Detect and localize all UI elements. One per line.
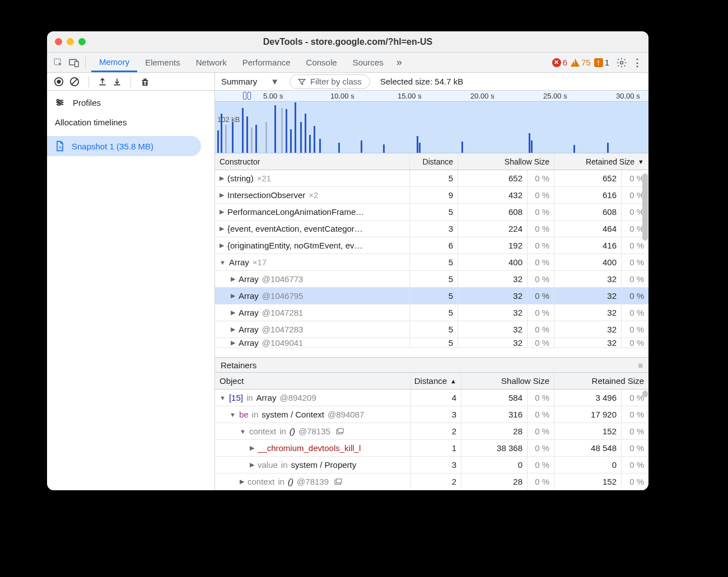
tab-elements[interactable]: Elements (137, 53, 188, 72)
timeline-tick: 15.00 s (398, 92, 422, 100)
clear-icon[interactable] (69, 77, 80, 87)
minimize-icon[interactable] (67, 38, 74, 45)
constructor-row[interactable]: ▶Array @10467955320 %320 % (215, 288, 648, 304)
inspect-icon[interactable] (50, 58, 66, 68)
chevron-down-icon: ▼ (270, 77, 279, 86)
caret-right-icon[interactable]: ▶ (220, 191, 224, 199)
gc-icon[interactable] (140, 77, 150, 87)
allocation-timeline[interactable]: 5.00 s10.00 s15.00 s20.00 s25.00 s30.00 … (215, 91, 648, 153)
zoom-icon[interactable] (78, 38, 86, 45)
tab-sources[interactable]: Sources (345, 53, 391, 72)
issues-badge[interactable]: !1 (594, 58, 609, 67)
constructor-row[interactable]: ▶{event, eventAction, eventCategor…32240… (215, 221, 648, 237)
timeline-tick: 20.00 s (470, 92, 494, 100)
retainer-row[interactable]: ▼context in () @781352280 %1520 % (215, 423, 648, 440)
caret-right-icon[interactable]: ▶ (231, 309, 235, 316)
overflow-tabs-icon[interactable]: » (391, 57, 407, 68)
svg-rect-13 (338, 428, 343, 432)
svg-point-3 (620, 61, 623, 64)
timeline-tick: 25.00 s (543, 92, 567, 100)
svg-point-10 (58, 104, 60, 106)
profiles-header[interactable]: Profiles (47, 91, 214, 114)
save-icon[interactable] (113, 77, 122, 86)
svg-point-9 (60, 101, 62, 104)
more-icon[interactable]: ⋮ (629, 57, 645, 69)
col-retained[interactable]: Retained Size▼ (554, 153, 648, 170)
constructor-row[interactable]: ▶PerformanceLongAnimationFrame…56080 %60… (215, 204, 648, 221)
retainer-row[interactable]: ▶context in () @781392280 %1520 % (215, 473, 648, 490)
close-icon[interactable] (55, 38, 62, 45)
snapshot-item[interactable]: % Snapshot 1 (35.8 MB) (47, 136, 201, 156)
svg-rect-15 (337, 479, 342, 482)
svg-point-8 (57, 100, 59, 102)
col-distance-ret[interactable]: Distance▲ (411, 373, 461, 389)
timeline-tick: 10.00 s (330, 92, 354, 100)
constructor-row[interactable]: ▶Array @10490415320 %320 % (215, 338, 648, 348)
caret-down-icon[interactable]: ▼ (220, 259, 226, 266)
svg-rect-2 (75, 61, 78, 67)
timeline-tick: 30.00 s (616, 92, 640, 100)
retainers-table[interactable]: ▼[15] in Array @89420945840 %3 4960 %▼be… (215, 390, 648, 490)
caret-right-icon[interactable]: ▶ (220, 175, 224, 182)
retainer-row[interactable]: ▼[15] in Array @89420945840 %3 4960 % (215, 390, 648, 406)
snapshot-file-icon: % (55, 140, 65, 152)
caret-right-icon[interactable]: ▶ (250, 461, 254, 468)
retainers-columns[interactable]: Object Distance▲ Shallow Size Retained S… (215, 373, 648, 390)
warnings-badge[interactable]: 75 (571, 58, 591, 67)
errors-badge[interactable]: ✕6 (552, 58, 567, 67)
col-object[interactable]: Object (215, 373, 411, 389)
caret-right-icon[interactable]: ▶ (220, 225, 224, 232)
retainer-row[interactable]: ▶__chromium_devtools_kill_l138 3680 %48 … (215, 440, 648, 457)
caret-right-icon[interactable]: ▶ (231, 292, 235, 299)
popout-icon[interactable] (336, 428, 344, 435)
devtools-window: DevTools - store.google.com/?hl=en-US Me… (47, 31, 648, 490)
caret-right-icon[interactable]: ▶ (231, 339, 235, 346)
panel-tabbar: MemoryElementsNetworkPerformanceConsoleS… (47, 53, 648, 73)
constructor-row[interactable]: ▼Array ×1754000 %4000 % (215, 254, 648, 271)
constructors-header[interactable]: Constructor Distance Shallow Size Retain… (215, 153, 648, 170)
constructor-row[interactable]: ▶Array @10472835320 %320 % (215, 321, 648, 338)
class-filter-input[interactable]: Filter by class (290, 74, 370, 89)
load-icon[interactable] (98, 77, 107, 86)
caret-down-icon[interactable]: ▼ (240, 428, 246, 435)
settings-icon[interactable] (614, 57, 629, 68)
tab-memory[interactable]: Memory (91, 53, 137, 72)
caret-right-icon[interactable]: ▶ (220, 242, 224, 249)
sort-asc-icon: ▲ (450, 378, 456, 384)
retainer-row[interactable]: ▶value in system / Property300 %00 % (215, 457, 648, 473)
col-shallow[interactable]: Shallow Size (458, 153, 554, 170)
timeline-range-handles[interactable] (243, 91, 256, 102)
scrollbar-thumb[interactable] (642, 391, 648, 397)
constructors-table[interactable]: ▶(string) ×2156520 %6520 %▶IntersectionO… (215, 170, 648, 357)
col-retained-ret[interactable]: Retained Size (554, 373, 648, 389)
tab-console[interactable]: Console (298, 53, 345, 72)
col-shallow-ret[interactable]: Shallow Size (461, 373, 554, 389)
col-constructor[interactable]: Constructor (215, 153, 410, 170)
caret-right-icon[interactable]: ▶ (250, 444, 254, 452)
retainer-row[interactable]: ▼be in system / Context @89408733160 %17… (215, 406, 648, 423)
tab-network[interactable]: Network (188, 53, 235, 72)
constructor-row[interactable]: ▶{originatingEntity, noGtmEvent, ev…6192… (215, 237, 648, 254)
record-icon[interactable] (54, 77, 64, 87)
device-toggle-icon[interactable] (66, 58, 82, 67)
constructor-row[interactable]: ▶Array @10472815320 %320 % (215, 304, 648, 321)
caret-right-icon[interactable]: ▶ (231, 275, 235, 283)
retainers-menu-icon[interactable]: ≡ (638, 360, 643, 370)
constructor-row[interactable]: ▶Array @10467735320 %320 % (215, 271, 648, 288)
caret-down-icon[interactable]: ▼ (230, 411, 236, 418)
constructor-row[interactable]: ▶IntersectionObserver ×294320 %6160 % (215, 187, 648, 204)
popout-icon[interactable] (334, 479, 342, 485)
caret-right-icon[interactable]: ▶ (240, 478, 244, 485)
titlebar: DevTools - store.google.com/?hl=en-US (47, 31, 648, 53)
allocation-timelines-label: Allocation timelines (47, 114, 214, 130)
selected-size-label: Selected size: 54.7 kB (380, 77, 463, 86)
col-distance[interactable]: Distance (410, 153, 458, 170)
tab-performance[interactable]: Performance (235, 53, 298, 72)
caret-down-icon[interactable]: ▼ (220, 395, 226, 401)
scrollbar-thumb[interactable] (642, 173, 648, 241)
constructor-row[interactable]: ▶(string) ×2156520 %6520 % (215, 170, 648, 187)
caret-right-icon[interactable]: ▶ (220, 208, 224, 215)
caret-right-icon[interactable]: ▶ (231, 326, 235, 333)
window-controls (55, 38, 86, 45)
view-dropdown[interactable]: Summary ▼ (221, 76, 279, 87)
